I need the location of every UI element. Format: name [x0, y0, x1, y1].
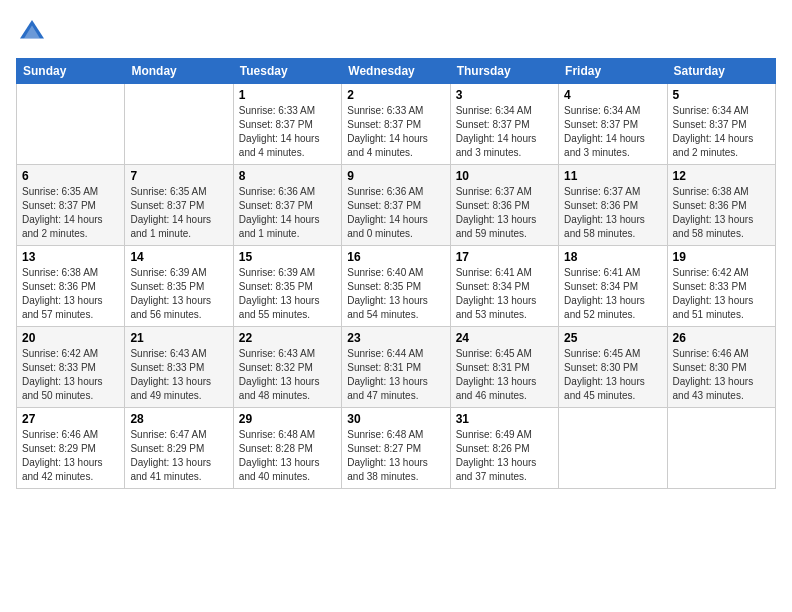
day-number: 1: [239, 88, 336, 102]
calendar-cell: 20Sunrise: 6:42 AMSunset: 8:33 PMDayligh…: [17, 327, 125, 408]
day-number: 3: [456, 88, 553, 102]
day-number: 19: [673, 250, 770, 264]
day-info: Sunrise: 6:38 AMSunset: 8:36 PMDaylight:…: [673, 185, 770, 241]
day-number: 31: [456, 412, 553, 426]
calendar-cell: [125, 84, 233, 165]
day-number: 18: [564, 250, 661, 264]
calendar-cell: 4Sunrise: 6:34 AMSunset: 8:37 PMDaylight…: [559, 84, 667, 165]
day-number: 6: [22, 169, 119, 183]
day-info: Sunrise: 6:41 AMSunset: 8:34 PMDaylight:…: [456, 266, 553, 322]
calendar-cell: 25Sunrise: 6:45 AMSunset: 8:30 PMDayligh…: [559, 327, 667, 408]
day-info: Sunrise: 6:46 AMSunset: 8:29 PMDaylight:…: [22, 428, 119, 484]
day-info: Sunrise: 6:42 AMSunset: 8:33 PMDaylight:…: [673, 266, 770, 322]
day-info: Sunrise: 6:33 AMSunset: 8:37 PMDaylight:…: [347, 104, 444, 160]
day-info: Sunrise: 6:35 AMSunset: 8:37 PMDaylight:…: [130, 185, 227, 241]
calendar-cell: [559, 408, 667, 489]
calendar-cell: 27Sunrise: 6:46 AMSunset: 8:29 PMDayligh…: [17, 408, 125, 489]
calendar-header-thursday: Thursday: [450, 59, 558, 84]
calendar-week-row: 20Sunrise: 6:42 AMSunset: 8:33 PMDayligh…: [17, 327, 776, 408]
day-number: 12: [673, 169, 770, 183]
calendar-cell: 2Sunrise: 6:33 AMSunset: 8:37 PMDaylight…: [342, 84, 450, 165]
day-info: Sunrise: 6:41 AMSunset: 8:34 PMDaylight:…: [564, 266, 661, 322]
day-info: Sunrise: 6:45 AMSunset: 8:30 PMDaylight:…: [564, 347, 661, 403]
day-info: Sunrise: 6:36 AMSunset: 8:37 PMDaylight:…: [239, 185, 336, 241]
day-info: Sunrise: 6:40 AMSunset: 8:35 PMDaylight:…: [347, 266, 444, 322]
calendar-cell: 23Sunrise: 6:44 AMSunset: 8:31 PMDayligh…: [342, 327, 450, 408]
day-info: Sunrise: 6:48 AMSunset: 8:27 PMDaylight:…: [347, 428, 444, 484]
calendar-week-row: 13Sunrise: 6:38 AMSunset: 8:36 PMDayligh…: [17, 246, 776, 327]
day-info: Sunrise: 6:45 AMSunset: 8:31 PMDaylight:…: [456, 347, 553, 403]
calendar-week-row: 1Sunrise: 6:33 AMSunset: 8:37 PMDaylight…: [17, 84, 776, 165]
day-number: 29: [239, 412, 336, 426]
calendar-cell: 1Sunrise: 6:33 AMSunset: 8:37 PMDaylight…: [233, 84, 341, 165]
calendar-header-tuesday: Tuesday: [233, 59, 341, 84]
day-info: Sunrise: 6:34 AMSunset: 8:37 PMDaylight:…: [673, 104, 770, 160]
day-number: 30: [347, 412, 444, 426]
calendar-cell: 21Sunrise: 6:43 AMSunset: 8:33 PMDayligh…: [125, 327, 233, 408]
calendar-cell: 14Sunrise: 6:39 AMSunset: 8:35 PMDayligh…: [125, 246, 233, 327]
calendar-cell: 11Sunrise: 6:37 AMSunset: 8:36 PMDayligh…: [559, 165, 667, 246]
calendar-header-friday: Friday: [559, 59, 667, 84]
day-info: Sunrise: 6:37 AMSunset: 8:36 PMDaylight:…: [564, 185, 661, 241]
day-info: Sunrise: 6:42 AMSunset: 8:33 PMDaylight:…: [22, 347, 119, 403]
page-header: [16, 16, 776, 48]
day-number: 7: [130, 169, 227, 183]
day-number: 17: [456, 250, 553, 264]
calendar-cell: 12Sunrise: 6:38 AMSunset: 8:36 PMDayligh…: [667, 165, 775, 246]
day-number: 25: [564, 331, 661, 345]
day-info: Sunrise: 6:34 AMSunset: 8:37 PMDaylight:…: [564, 104, 661, 160]
day-info: Sunrise: 6:43 AMSunset: 8:33 PMDaylight:…: [130, 347, 227, 403]
calendar-header-monday: Monday: [125, 59, 233, 84]
day-number: 14: [130, 250, 227, 264]
day-number: 2: [347, 88, 444, 102]
calendar-cell: 8Sunrise: 6:36 AMSunset: 8:37 PMDaylight…: [233, 165, 341, 246]
calendar-cell: 24Sunrise: 6:45 AMSunset: 8:31 PMDayligh…: [450, 327, 558, 408]
day-info: Sunrise: 6:49 AMSunset: 8:26 PMDaylight:…: [456, 428, 553, 484]
calendar-cell: 13Sunrise: 6:38 AMSunset: 8:36 PMDayligh…: [17, 246, 125, 327]
day-number: 21: [130, 331, 227, 345]
day-number: 24: [456, 331, 553, 345]
calendar-header-row: SundayMondayTuesdayWednesdayThursdayFrid…: [17, 59, 776, 84]
calendar-cell: 30Sunrise: 6:48 AMSunset: 8:27 PMDayligh…: [342, 408, 450, 489]
day-info: Sunrise: 6:38 AMSunset: 8:36 PMDaylight:…: [22, 266, 119, 322]
day-info: Sunrise: 6:48 AMSunset: 8:28 PMDaylight:…: [239, 428, 336, 484]
calendar-header-wednesday: Wednesday: [342, 59, 450, 84]
calendar-table: SundayMondayTuesdayWednesdayThursdayFrid…: [16, 58, 776, 489]
day-info: Sunrise: 6:39 AMSunset: 8:35 PMDaylight:…: [239, 266, 336, 322]
day-number: 11: [564, 169, 661, 183]
calendar-cell: 31Sunrise: 6:49 AMSunset: 8:26 PMDayligh…: [450, 408, 558, 489]
day-info: Sunrise: 6:37 AMSunset: 8:36 PMDaylight:…: [456, 185, 553, 241]
calendar-cell: 6Sunrise: 6:35 AMSunset: 8:37 PMDaylight…: [17, 165, 125, 246]
day-number: 15: [239, 250, 336, 264]
calendar-cell: 26Sunrise: 6:46 AMSunset: 8:30 PMDayligh…: [667, 327, 775, 408]
calendar-header-sunday: Sunday: [17, 59, 125, 84]
calendar-cell: 22Sunrise: 6:43 AMSunset: 8:32 PMDayligh…: [233, 327, 341, 408]
day-number: 5: [673, 88, 770, 102]
day-number: 9: [347, 169, 444, 183]
calendar-cell: 18Sunrise: 6:41 AMSunset: 8:34 PMDayligh…: [559, 246, 667, 327]
calendar-cell: 3Sunrise: 6:34 AMSunset: 8:37 PMDaylight…: [450, 84, 558, 165]
logo: [16, 16, 52, 48]
day-number: 4: [564, 88, 661, 102]
calendar-cell: [667, 408, 775, 489]
calendar-week-row: 27Sunrise: 6:46 AMSunset: 8:29 PMDayligh…: [17, 408, 776, 489]
calendar-cell: 29Sunrise: 6:48 AMSunset: 8:28 PMDayligh…: [233, 408, 341, 489]
day-number: 22: [239, 331, 336, 345]
day-number: 20: [22, 331, 119, 345]
day-number: 28: [130, 412, 227, 426]
day-number: 27: [22, 412, 119, 426]
calendar-cell: 5Sunrise: 6:34 AMSunset: 8:37 PMDaylight…: [667, 84, 775, 165]
day-info: Sunrise: 6:46 AMSunset: 8:30 PMDaylight:…: [673, 347, 770, 403]
calendar-cell: 15Sunrise: 6:39 AMSunset: 8:35 PMDayligh…: [233, 246, 341, 327]
day-info: Sunrise: 6:35 AMSunset: 8:37 PMDaylight:…: [22, 185, 119, 241]
day-number: 26: [673, 331, 770, 345]
day-number: 8: [239, 169, 336, 183]
calendar-cell: 19Sunrise: 6:42 AMSunset: 8:33 PMDayligh…: [667, 246, 775, 327]
day-info: Sunrise: 6:43 AMSunset: 8:32 PMDaylight:…: [239, 347, 336, 403]
calendar-cell: 10Sunrise: 6:37 AMSunset: 8:36 PMDayligh…: [450, 165, 558, 246]
calendar-cell: 9Sunrise: 6:36 AMSunset: 8:37 PMDaylight…: [342, 165, 450, 246]
calendar-week-row: 6Sunrise: 6:35 AMSunset: 8:37 PMDaylight…: [17, 165, 776, 246]
day-info: Sunrise: 6:34 AMSunset: 8:37 PMDaylight:…: [456, 104, 553, 160]
day-number: 23: [347, 331, 444, 345]
calendar-header-saturday: Saturday: [667, 59, 775, 84]
